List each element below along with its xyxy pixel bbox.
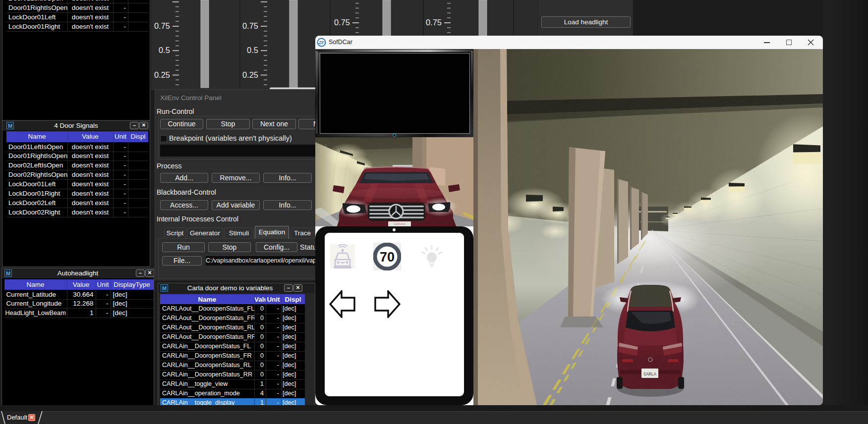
svg-text:70: 70 (380, 250, 395, 265)
svg-text:ZF: ZF (318, 40, 324, 45)
